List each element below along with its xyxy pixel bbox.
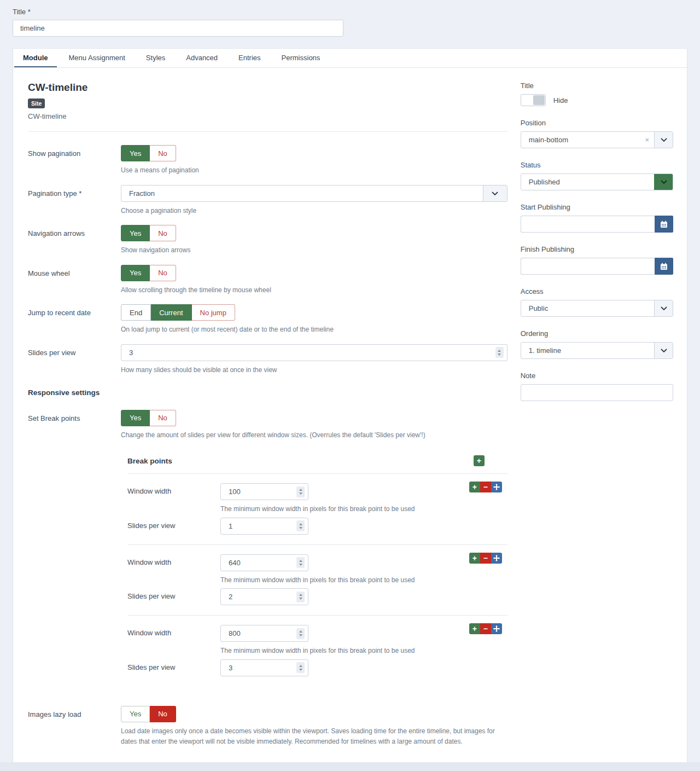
window-width-label: Window width bbox=[127, 483, 220, 514]
access-select[interactable]: Public bbox=[521, 300, 673, 317]
calendar-icon[interactable] bbox=[655, 216, 673, 233]
mouse-wheel-label: Mouse wheel bbox=[28, 265, 121, 295]
images-lazy-yes-button[interactable]: Yes bbox=[121, 706, 150, 722]
window-width-label: Window width bbox=[127, 554, 220, 586]
pagination-type-desc: Choose a pagination style bbox=[121, 206, 508, 216]
position-label: Position bbox=[521, 119, 673, 127]
field-navigation-arrows: Navigation arrows Yes No Show navigation… bbox=[28, 225, 508, 256]
ordering-select[interactable]: 1. timeline bbox=[521, 342, 673, 359]
show-pagination-desc: Use a means of pagination bbox=[121, 165, 508, 176]
row-move-icon[interactable] bbox=[491, 482, 502, 492]
note-label: Note bbox=[521, 372, 673, 380]
window-width-input[interactable] bbox=[220, 554, 308, 571]
break-points-heading: Break points bbox=[127, 457, 172, 465]
sidebar-title-label: Title bbox=[521, 82, 673, 90]
module-title-input[interactable] bbox=[13, 20, 343, 37]
navigation-arrows-desc: Show navigation arrows bbox=[121, 245, 508, 256]
row-remove-button[interactable]: − bbox=[480, 482, 491, 492]
pagination-type-select[interactable]: Fraction bbox=[121, 185, 508, 202]
mouse-wheel-toggle: Yes No bbox=[121, 265, 176, 281]
chevron-down-icon bbox=[654, 300, 673, 316]
status-select[interactable]: Published bbox=[521, 173, 673, 190]
row-remove-button[interactable]: − bbox=[480, 623, 491, 634]
field-slides-per-view: Slides per view How many slides should b… bbox=[28, 344, 508, 375]
chevron-down-icon bbox=[654, 343, 673, 358]
mouse-wheel-yes-button[interactable]: Yes bbox=[121, 265, 150, 281]
jump-recent-current-button[interactable]: Current bbox=[151, 304, 191, 321]
set-break-points-toggle: Yes No bbox=[121, 410, 176, 426]
show-pagination-yes-button[interactable]: Yes bbox=[121, 145, 150, 161]
add-break-point-button[interactable]: + bbox=[474, 455, 485, 466]
row-move-icon[interactable] bbox=[491, 553, 502, 564]
pagination-type-value: Fraction bbox=[121, 185, 483, 201]
title-field-label: Title * bbox=[13, 8, 687, 16]
calendar-icon[interactable] bbox=[655, 258, 673, 275]
tab-styles[interactable]: Styles bbox=[137, 49, 174, 67]
jump-recent-end-button[interactable]: End bbox=[121, 304, 151, 321]
site-badge: Site bbox=[28, 98, 45, 108]
bp-slides-input[interactable] bbox=[220, 518, 308, 535]
set-break-points-yes-button[interactable]: Yes bbox=[121, 410, 150, 426]
note-input[interactable] bbox=[521, 384, 673, 401]
bp-slides-input[interactable] bbox=[220, 588, 308, 605]
navigation-arrows-yes-button[interactable]: Yes bbox=[121, 225, 150, 241]
slides-per-view-input[interactable] bbox=[121, 344, 508, 361]
row-add-button[interactable]: + bbox=[469, 623, 480, 634]
window-width-input[interactable] bbox=[220, 483, 308, 500]
page-bottom-strip bbox=[0, 762, 700, 771]
tab-menu-assignment[interactable]: Menu Assignment bbox=[60, 49, 134, 67]
field-show-pagination: Show pagination Yes No Use a means of pa… bbox=[28, 145, 508, 176]
row-move-icon[interactable] bbox=[491, 623, 502, 634]
break-point-row: + − Window width bbox=[127, 474, 508, 545]
chevron-down-icon bbox=[654, 132, 673, 148]
access-value: Public bbox=[521, 300, 654, 316]
number-spinner-icon[interactable] bbox=[495, 347, 504, 358]
set-break-points-label: Set Break points bbox=[28, 410, 121, 440]
tab-module[interactable]: Module bbox=[14, 49, 57, 67]
images-lazy-no-button[interactable]: No bbox=[150, 706, 176, 722]
start-publishing-label: Start Publishing bbox=[521, 203, 673, 211]
divider bbox=[28, 131, 508, 132]
tab-advanced[interactable]: Advanced bbox=[177, 49, 226, 67]
field-images-lazy: Images lazy load Yes No Load date images… bbox=[28, 706, 508, 746]
field-mouse-wheel: Mouse wheel Yes No Allow scrolling throu… bbox=[28, 265, 508, 295]
show-pagination-toggle: Yes No bbox=[121, 145, 176, 161]
window-width-input[interactable] bbox=[220, 625, 308, 642]
jump-recent-toggle: End Current No jump bbox=[121, 304, 235, 321]
set-break-points-no-button[interactable]: No bbox=[150, 410, 176, 426]
images-lazy-label: Images lazy load bbox=[28, 706, 121, 746]
window-width-label: Window width bbox=[127, 625, 220, 656]
tab-permissions[interactable]: Permissions bbox=[273, 49, 329, 67]
jump-recent-nojump-button[interactable]: No jump bbox=[192, 304, 235, 321]
module-edit-panel: Module Menu Assignment Styles Advanced E… bbox=[13, 48, 687, 771]
module-heading: CW-timeline bbox=[28, 82, 508, 94]
position-select[interactable]: main-bottom × bbox=[521, 131, 673, 148]
number-spinner-icon[interactable] bbox=[296, 557, 305, 568]
finish-publishing-input[interactable] bbox=[521, 258, 655, 275]
navigation-arrows-label: Navigation arrows bbox=[28, 225, 121, 256]
tab-entries[interactable]: Entries bbox=[230, 49, 269, 67]
show-pagination-no-button[interactable]: No bbox=[150, 145, 176, 161]
mouse-wheel-no-button[interactable]: No bbox=[150, 265, 176, 281]
row-remove-button[interactable]: − bbox=[480, 553, 491, 564]
images-lazy-desc: Load date images only once a date become… bbox=[121, 726, 504, 746]
number-spinner-icon[interactable] bbox=[296, 486, 305, 497]
start-publishing-input[interactable] bbox=[521, 216, 655, 233]
bp-slides-label: Slides per view bbox=[127, 588, 220, 605]
module-settings-column: CW-timeline Site CW-timeline Show pagina… bbox=[28, 82, 508, 771]
mouse-wheel-desc: Allow scrolling through the timeline by … bbox=[121, 285, 508, 295]
number-spinner-icon[interactable] bbox=[296, 628, 305, 639]
module-subtitle: CW-timeline bbox=[28, 112, 508, 120]
number-spinner-icon[interactable] bbox=[296, 520, 305, 531]
break-points-subform: Break points + + − Window bbox=[127, 455, 508, 686]
row-add-button[interactable]: + bbox=[469, 553, 480, 564]
set-break-points-desc: Change the amount of slides per view for… bbox=[121, 430, 508, 440]
clear-icon[interactable]: × bbox=[640, 132, 654, 148]
bp-slides-input[interactable] bbox=[220, 659, 308, 676]
row-add-button[interactable]: + bbox=[469, 482, 480, 492]
title-show-hide-toggle[interactable] bbox=[521, 94, 546, 106]
images-lazy-toggle: Yes No bbox=[121, 706, 176, 722]
number-spinner-icon[interactable] bbox=[296, 662, 305, 673]
number-spinner-icon[interactable] bbox=[296, 592, 305, 602]
navigation-arrows-no-button[interactable]: No bbox=[150, 225, 176, 241]
